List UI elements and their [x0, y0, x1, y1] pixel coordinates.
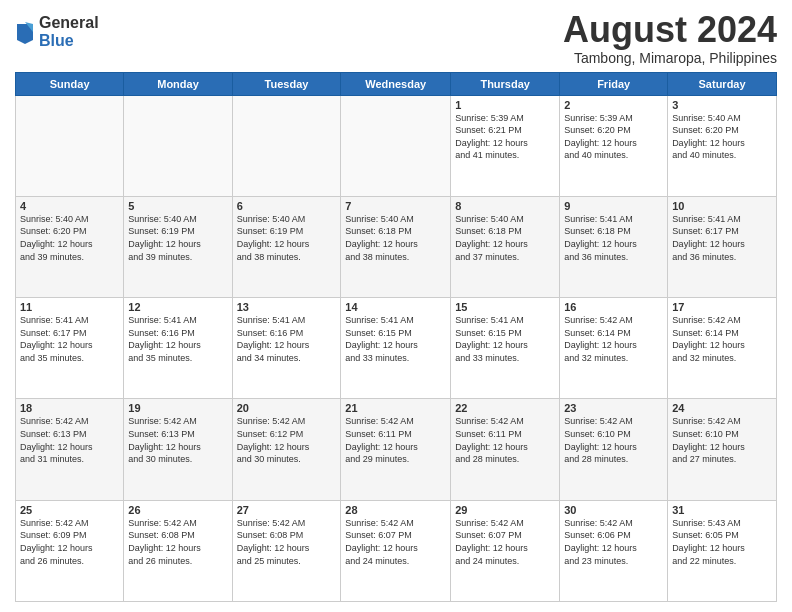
day-info: Sunrise: 5:43 AM Sunset: 6:05 PM Dayligh… [672, 517, 772, 567]
day-number: 26 [128, 504, 227, 516]
col-thursday: Thursday [451, 72, 560, 95]
day-info: Sunrise: 5:41 AM Sunset: 6:15 PM Dayligh… [345, 314, 446, 364]
day-info: Sunrise: 5:40 AM Sunset: 6:19 PM Dayligh… [128, 213, 227, 263]
table-row: 11Sunrise: 5:41 AM Sunset: 6:17 PM Dayli… [16, 298, 124, 399]
table-row: 2Sunrise: 5:39 AM Sunset: 6:20 PM Daylig… [560, 95, 668, 196]
table-row: 30Sunrise: 5:42 AM Sunset: 6:06 PM Dayli… [560, 500, 668, 601]
logo-text: General Blue [39, 14, 99, 49]
day-number: 15 [455, 301, 555, 313]
col-tuesday: Tuesday [232, 72, 341, 95]
logo-icon [15, 20, 35, 44]
day-info: Sunrise: 5:41 AM Sunset: 6:15 PM Dayligh… [455, 314, 555, 364]
table-row: 15Sunrise: 5:41 AM Sunset: 6:15 PM Dayli… [451, 298, 560, 399]
header-row: Sunday Monday Tuesday Wednesday Thursday… [16, 72, 777, 95]
day-info: Sunrise: 5:39 AM Sunset: 6:20 PM Dayligh… [564, 112, 663, 162]
day-number: 28 [345, 504, 446, 516]
table-row: 12Sunrise: 5:41 AM Sunset: 6:16 PM Dayli… [124, 298, 232, 399]
day-number: 19 [128, 402, 227, 414]
day-info: Sunrise: 5:42 AM Sunset: 6:07 PM Dayligh… [455, 517, 555, 567]
day-number: 29 [455, 504, 555, 516]
day-info: Sunrise: 5:42 AM Sunset: 6:13 PM Dayligh… [20, 415, 119, 465]
col-sunday: Sunday [16, 72, 124, 95]
day-info: Sunrise: 5:42 AM Sunset: 6:13 PM Dayligh… [128, 415, 227, 465]
day-info: Sunrise: 5:41 AM Sunset: 6:17 PM Dayligh… [20, 314, 119, 364]
logo: General Blue [15, 14, 99, 49]
table-row [232, 95, 341, 196]
table-row: 23Sunrise: 5:42 AM Sunset: 6:10 PM Dayli… [560, 399, 668, 500]
day-info: Sunrise: 5:42 AM Sunset: 6:08 PM Dayligh… [128, 517, 227, 567]
logo-blue: Blue [39, 32, 99, 50]
col-wednesday: Wednesday [341, 72, 451, 95]
day-info: Sunrise: 5:42 AM Sunset: 6:11 PM Dayligh… [455, 415, 555, 465]
col-saturday: Saturday [668, 72, 777, 95]
day-number: 17 [672, 301, 772, 313]
day-info: Sunrise: 5:42 AM Sunset: 6:11 PM Dayligh… [345, 415, 446, 465]
table-row: 1Sunrise: 5:39 AM Sunset: 6:21 PM Daylig… [451, 95, 560, 196]
table-row: 27Sunrise: 5:42 AM Sunset: 6:08 PM Dayli… [232, 500, 341, 601]
day-number: 18 [20, 402, 119, 414]
table-row: 29Sunrise: 5:42 AM Sunset: 6:07 PM Dayli… [451, 500, 560, 601]
calendar-week-4: 25Sunrise: 5:42 AM Sunset: 6:09 PM Dayli… [16, 500, 777, 601]
day-number: 22 [455, 402, 555, 414]
table-row: 21Sunrise: 5:42 AM Sunset: 6:11 PM Dayli… [341, 399, 451, 500]
calendar-week-1: 4Sunrise: 5:40 AM Sunset: 6:20 PM Daylig… [16, 196, 777, 297]
calendar-week-2: 11Sunrise: 5:41 AM Sunset: 6:17 PM Dayli… [16, 298, 777, 399]
table-row: 9Sunrise: 5:41 AM Sunset: 6:18 PM Daylig… [560, 196, 668, 297]
day-info: Sunrise: 5:42 AM Sunset: 6:09 PM Dayligh… [20, 517, 119, 567]
day-info: Sunrise: 5:42 AM Sunset: 6:10 PM Dayligh… [564, 415, 663, 465]
table-row: 13Sunrise: 5:41 AM Sunset: 6:16 PM Dayli… [232, 298, 341, 399]
day-info: Sunrise: 5:40 AM Sunset: 6:19 PM Dayligh… [237, 213, 337, 263]
day-number: 12 [128, 301, 227, 313]
table-row: 18Sunrise: 5:42 AM Sunset: 6:13 PM Dayli… [16, 399, 124, 500]
table-row: 4Sunrise: 5:40 AM Sunset: 6:20 PM Daylig… [16, 196, 124, 297]
day-info: Sunrise: 5:40 AM Sunset: 6:18 PM Dayligh… [455, 213, 555, 263]
day-number: 7 [345, 200, 446, 212]
day-info: Sunrise: 5:41 AM Sunset: 6:16 PM Dayligh… [237, 314, 337, 364]
day-number: 24 [672, 402, 772, 414]
day-number: 13 [237, 301, 337, 313]
day-number: 1 [455, 99, 555, 111]
day-info: Sunrise: 5:42 AM Sunset: 6:07 PM Dayligh… [345, 517, 446, 567]
day-number: 25 [20, 504, 119, 516]
day-number: 30 [564, 504, 663, 516]
day-number: 10 [672, 200, 772, 212]
day-info: Sunrise: 5:39 AM Sunset: 6:21 PM Dayligh… [455, 112, 555, 162]
day-number: 5 [128, 200, 227, 212]
table-row [124, 95, 232, 196]
main-title: August 2024 [563, 10, 777, 50]
day-info: Sunrise: 5:42 AM Sunset: 6:10 PM Dayligh… [672, 415, 772, 465]
day-info: Sunrise: 5:42 AM Sunset: 6:14 PM Dayligh… [672, 314, 772, 364]
table-row [16, 95, 124, 196]
table-row: 24Sunrise: 5:42 AM Sunset: 6:10 PM Dayli… [668, 399, 777, 500]
page: General Blue August 2024 Tambong, Mimaro… [0, 0, 792, 612]
table-row: 19Sunrise: 5:42 AM Sunset: 6:13 PM Dayli… [124, 399, 232, 500]
table-row [341, 95, 451, 196]
day-number: 11 [20, 301, 119, 313]
table-row: 17Sunrise: 5:42 AM Sunset: 6:14 PM Dayli… [668, 298, 777, 399]
calendar-week-3: 18Sunrise: 5:42 AM Sunset: 6:13 PM Dayli… [16, 399, 777, 500]
day-info: Sunrise: 5:41 AM Sunset: 6:17 PM Dayligh… [672, 213, 772, 263]
day-number: 9 [564, 200, 663, 212]
table-row: 22Sunrise: 5:42 AM Sunset: 6:11 PM Dayli… [451, 399, 560, 500]
table-row: 25Sunrise: 5:42 AM Sunset: 6:09 PM Dayli… [16, 500, 124, 601]
day-info: Sunrise: 5:42 AM Sunset: 6:08 PM Dayligh… [237, 517, 337, 567]
table-row: 6Sunrise: 5:40 AM Sunset: 6:19 PM Daylig… [232, 196, 341, 297]
day-number: 4 [20, 200, 119, 212]
day-info: Sunrise: 5:42 AM Sunset: 6:06 PM Dayligh… [564, 517, 663, 567]
calendar-table: Sunday Monday Tuesday Wednesday Thursday… [15, 72, 777, 602]
table-row: 31Sunrise: 5:43 AM Sunset: 6:05 PM Dayli… [668, 500, 777, 601]
day-number: 8 [455, 200, 555, 212]
day-number: 27 [237, 504, 337, 516]
table-row: 28Sunrise: 5:42 AM Sunset: 6:07 PM Dayli… [341, 500, 451, 601]
day-number: 16 [564, 301, 663, 313]
table-row: 20Sunrise: 5:42 AM Sunset: 6:12 PM Dayli… [232, 399, 341, 500]
day-info: Sunrise: 5:41 AM Sunset: 6:16 PM Dayligh… [128, 314, 227, 364]
title-section: August 2024 Tambong, Mimaropa, Philippin… [563, 10, 777, 66]
day-info: Sunrise: 5:40 AM Sunset: 6:20 PM Dayligh… [672, 112, 772, 162]
table-row: 26Sunrise: 5:42 AM Sunset: 6:08 PM Dayli… [124, 500, 232, 601]
col-monday: Monday [124, 72, 232, 95]
day-info: Sunrise: 5:42 AM Sunset: 6:12 PM Dayligh… [237, 415, 337, 465]
day-number: 21 [345, 402, 446, 414]
logo-general: General [39, 14, 99, 32]
day-number: 3 [672, 99, 772, 111]
